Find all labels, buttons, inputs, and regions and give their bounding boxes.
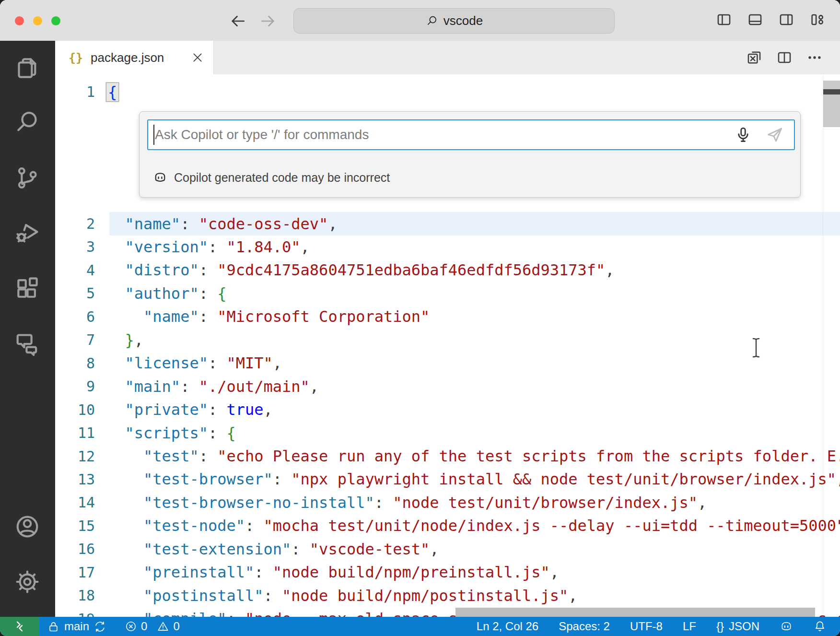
line-number: 4 xyxy=(55,262,106,279)
code-line[interactable]: 13 "test-browser": "npx playwright insta… xyxy=(55,468,840,491)
account-icon[interactable] xyxy=(14,513,41,540)
code-text: "test-node": "mocha test/unit/node/index… xyxy=(106,517,840,535)
line-number: 6 xyxy=(55,308,106,325)
explorer-icon[interactable] xyxy=(14,55,41,82)
code-line[interactable]: 9 "main": "./out/main", xyxy=(55,375,840,398)
code-line[interactable]: 5 "author": { xyxy=(55,282,840,305)
close-all-editors-icon[interactable] xyxy=(746,49,762,66)
copilot-disclaimer: Copilot generated code may be incorrect xyxy=(174,171,390,185)
more-actions-icon[interactable] xyxy=(806,49,823,66)
code-line[interactable]: 2 "name": "code-oss-dev", xyxy=(55,212,840,236)
errors-icon xyxy=(125,620,137,633)
code-text: "distro": "9cdc4175a8604751edba6baf46edf… xyxy=(106,261,615,279)
editor-pane[interactable]: 1{2 "name": "code-oss-dev",3 "version": … xyxy=(55,74,840,617)
search-text: vscode xyxy=(443,13,483,28)
code-line[interactable]: 17 "preinstall": "node build/npm/preinst… xyxy=(55,561,840,584)
remote-indicator[interactable] xyxy=(0,617,39,636)
code-line[interactable]: 18 "postinstall": "node build/npm/postin… xyxy=(55,584,840,607)
code-text: "license": "MIT", xyxy=(106,354,282,372)
settings-gear-icon[interactable] xyxy=(14,568,41,595)
toggle-panel-icon[interactable] xyxy=(747,12,763,28)
vscode-window: vscode xyxy=(0,0,840,636)
lock-icon xyxy=(47,620,60,633)
branch-name: main xyxy=(64,620,89,633)
tab-package-json[interactable]: {} package.json xyxy=(55,41,214,74)
line-number: 2 xyxy=(55,215,106,232)
json-file-icon: {} xyxy=(69,51,83,65)
cursor-position[interactable]: Ln 2, Col 26 xyxy=(477,620,538,633)
editor-tab-bar: {} package.json xyxy=(55,41,840,74)
line-number: 14 xyxy=(55,494,106,511)
mouse-ibeam-cursor xyxy=(750,337,762,358)
line-number: 1 xyxy=(55,83,106,100)
copilot-chat-input[interactable] xyxy=(147,119,795,150)
navigate-back-icon[interactable] xyxy=(229,12,246,30)
command-center-search[interactable]: vscode xyxy=(293,8,615,34)
sync-icon[interactable] xyxy=(93,620,106,633)
toggle-primary-sidebar-icon[interactable] xyxy=(716,12,732,28)
encoding[interactable]: UTF-8 xyxy=(630,620,663,633)
tab-close-icon[interactable] xyxy=(191,51,204,64)
code-line[interactable]: 6 "name": "Microsoft Corporation" xyxy=(55,305,840,329)
code-line[interactable]: 14 "test-browser-no-install": "node test… xyxy=(55,491,840,514)
line-number: 7 xyxy=(55,331,106,348)
code-line[interactable]: 15 "test-node": "mocha test/unit/node/in… xyxy=(55,514,840,538)
code-text: { xyxy=(106,83,118,101)
line-number: 19 xyxy=(55,611,106,617)
indentation[interactable]: Spaces: 2 xyxy=(559,620,610,633)
vertical-scrollbar-track[interactable] xyxy=(823,74,840,617)
code-text: "test": "echo Please run any of the test… xyxy=(106,447,840,465)
source-control-icon[interactable] xyxy=(14,165,41,191)
line-number: 13 xyxy=(55,471,106,488)
extensions-icon[interactable] xyxy=(14,275,41,302)
line-number: 10 xyxy=(55,401,106,418)
error-count: 0 xyxy=(141,620,147,633)
vertical-scrollbar-thumb[interactable] xyxy=(823,81,840,127)
run-and-debug-icon[interactable] xyxy=(14,219,41,246)
code-text: "author": { xyxy=(106,284,226,303)
window-zoom-button[interactable] xyxy=(51,16,60,25)
code-line[interactable]: 3 "version": "1.84.0", xyxy=(55,235,840,259)
remote-icon xyxy=(12,619,27,634)
line-number: 12 xyxy=(55,448,106,465)
language-mode[interactable]: {} JSON xyxy=(716,620,759,633)
code-line[interactable]: 16 "test-extension": "vscode-test", xyxy=(55,537,840,561)
copilot-inline-chat: Copilot generated code may be incorrect xyxy=(139,111,801,198)
code-text: "test-extension": "vscode-test", xyxy=(106,540,439,558)
code-line[interactable]: 4 "distro": "9cdc4175a8604751edba6baf46e… xyxy=(55,259,840,282)
code-line[interactable]: 12 "test": "echo Please run any of the t… xyxy=(55,445,840,468)
notifications-bell-icon[interactable] xyxy=(813,620,827,633)
search-sidebar-icon[interactable] xyxy=(14,109,41,136)
chat-icon[interactable] xyxy=(14,330,41,357)
code-line[interactable]: 11 "scripts": { xyxy=(55,421,840,445)
eol-sequence[interactable]: LF xyxy=(683,620,696,633)
code-line[interactable]: 8 "license": "MIT", xyxy=(55,352,840,375)
text-caret xyxy=(153,125,154,145)
code-line[interactable]: 10 "private": true, xyxy=(55,398,840,422)
customize-layout-icon[interactable] xyxy=(809,12,826,28)
warning-count: 0 xyxy=(173,620,179,633)
line-number: 17 xyxy=(55,564,106,581)
line-number: 5 xyxy=(55,285,106,302)
window-close-button[interactable] xyxy=(15,16,24,25)
code-text: "main": "./out/main", xyxy=(106,377,319,396)
overview-ruler-cursor-mark xyxy=(823,89,840,94)
code-line[interactable]: 1{ xyxy=(55,80,840,104)
status-bar: main 0 0 Ln 2, Col 26 Spaces: 2 UTF-8 LF… xyxy=(0,617,840,636)
microphone-icon[interactable] xyxy=(734,126,752,144)
code-text: }, xyxy=(106,331,143,349)
problems-status-item[interactable]: 0 0 xyxy=(125,620,180,633)
send-icon[interactable] xyxy=(766,126,784,144)
navigate-forward-icon[interactable] xyxy=(259,12,277,30)
copilot-status-icon[interactable] xyxy=(780,620,793,633)
warnings-icon xyxy=(157,620,169,633)
window-minimize-button[interactable] xyxy=(33,16,42,25)
code-text: "name": "code-oss-dev", xyxy=(106,215,338,233)
code-line[interactable]: 7 }, xyxy=(55,328,840,352)
split-editor-icon[interactable] xyxy=(776,49,793,66)
toggle-secondary-sidebar-icon[interactable] xyxy=(778,12,794,28)
branch-status-item[interactable]: main xyxy=(47,620,106,633)
search-icon xyxy=(425,14,439,28)
horizontal-scrollbar[interactable] xyxy=(455,608,815,617)
code-text: "postinstall": "node build/npm/postinsta… xyxy=(106,587,578,605)
